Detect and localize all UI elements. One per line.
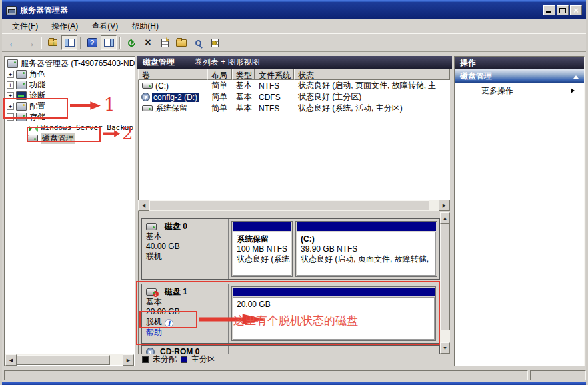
status-bar — [2, 368, 588, 382]
cell-filesystem: NTFS — [255, 81, 295, 91]
server-manager-window: 服务器管理器 × 文件(F) 操作(A) 查看(V) 帮助(H) ← → ↑ ?… — [0, 0, 588, 385]
tree-item-roles[interactable]: + 角色 — [5, 69, 135, 79]
column-status[interactable]: 状态 — [294, 69, 450, 80]
action-pane-toggle-button[interactable] — [101, 35, 117, 50]
annotation-box-storage — [3, 98, 68, 119]
menu-help[interactable]: 帮助(H) — [125, 19, 165, 34]
minimize-button[interactable] — [543, 5, 555, 15]
window-title: 服务器管理器 — [20, 5, 68, 16]
scrollbar-thumb[interactable] — [149, 200, 429, 210]
partition-system-reserved[interactable]: 系统保留 100 MB NTFS 状态良好 (系统 — [231, 221, 293, 277]
partition-status: 状态良好 (系统 — [237, 254, 287, 264]
volume-list: (C:) 简单 基本 NTFS 状态良好 (启动, 页面文件, 故障转储, 主 … — [138, 80, 450, 200]
disk-name: 磁盘 0 — [165, 222, 187, 232]
actions-section-title: 磁盘管理 — [460, 71, 492, 82]
open-button[interactable] — [173, 35, 189, 50]
partition-name: 系统保留 — [237, 234, 287, 244]
close-button[interactable]: × — [570, 5, 582, 15]
cell-filesystem: NTFS — [255, 104, 295, 113]
toolbar-separator — [41, 37, 42, 49]
scroll-up-icon[interactable]: ▲ — [440, 212, 450, 224]
window-bottom-border — [2, 382, 586, 385]
scroll-left-icon[interactable]: ◀ — [5, 354, 17, 366]
cell-type: 基本 — [233, 91, 255, 103]
find-icon — [195, 40, 201, 46]
partition-status: 状态良好 (启动, 页面文件, 故障转储, — [301, 254, 432, 264]
disk-0-partitions: 系统保留 100 MB NTFS 状态良好 (系统 (C:) 39.90 GB … — [229, 219, 439, 279]
column-type[interactable]: 类型 — [232, 69, 255, 80]
annotation-offline-note: 这里有个脱机状态的磁盘 — [233, 313, 358, 328]
cdrom-label-area[interactable]: CD-ROM 0 — [142, 346, 229, 354]
maximize-icon — [559, 8, 566, 13]
back-button[interactable]: ← — [5, 35, 21, 50]
scroll-right-icon[interactable]: ▶ — [123, 354, 134, 366]
forward-button[interactable]: → — [22, 35, 38, 50]
column-layout[interactable]: 布局 — [207, 69, 232, 80]
scroll-left-icon[interactable]: ◀ — [138, 200, 149, 211]
refresh-icon — [126, 37, 137, 48]
volume-icon — [142, 105, 153, 111]
tree-item-root[interactable]: 服务器管理器 (T-490765403-ND — [5, 58, 135, 69]
configure-button[interactable] — [207, 35, 223, 50]
help-button[interactable]: ? — [84, 35, 100, 50]
volume-name: (C:) — [155, 81, 169, 91]
tree-horizontal-scrollbar[interactable]: ◀ ▶ — [5, 354, 134, 365]
column-filesystem[interactable]: 文件系统 — [255, 69, 294, 80]
scroll-right-icon[interactable]: ▶ — [439, 200, 450, 211]
menu-action[interactable]: 操作(A) — [45, 19, 84, 34]
submenu-arrow-icon — [571, 88, 577, 93]
volume-list-horizontal-scrollbar[interactable]: ◀ ▶ — [138, 200, 450, 211]
actions-section-disk-management[interactable]: 磁盘管理 — [455, 69, 584, 83]
forward-icon: → — [25, 37, 36, 49]
expand-plus-icon[interactable]: + — [7, 81, 14, 89]
server-manager-app-icon — [6, 6, 17, 15]
expand-plus-icon[interactable]: + — [7, 71, 14, 78]
partition-c[interactable]: (C:) 39.90 GB NTFS 状态良好 (启动, 页面文件, 故障转储, — [295, 221, 437, 277]
collapse-icon[interactable] — [573, 73, 579, 79]
maximize-button[interactable] — [557, 5, 569, 15]
refresh-button[interactable] — [123, 35, 139, 50]
annotation-box-offline-state — [139, 311, 197, 328]
disk-state: 联机 — [146, 252, 224, 262]
find-button[interactable] — [190, 35, 206, 50]
toolbar: ← → ↑ ? × — [2, 33, 586, 52]
properties-button[interactable] — [157, 35, 173, 50]
actions-pane: 操作 磁盘管理 更多操作 — [454, 56, 585, 366]
action-pane-toggle-icon — [104, 39, 114, 47]
cdrom-0-block[interactable]: CD-ROM 0 — [141, 345, 440, 354]
delete-button[interactable]: × — [140, 35, 156, 50]
titlebar[interactable]: 服务器管理器 × — [2, 2, 586, 19]
table-row-config2-selected[interactable]: config-2 (D:) 简单 基本 CDFS 状态良好 (主分区) — [139, 91, 450, 103]
graphical-view-vertical-scrollbar[interactable]: ▲ ▼ — [440, 212, 450, 354]
status-cell — [530, 370, 586, 380]
cell-layout: 简单 — [208, 80, 233, 91]
cd-volume-icon — [141, 93, 150, 101]
disk-0-label-area[interactable]: 磁盘 0 基本 40.00 GB 联机 — [142, 219, 229, 279]
more-actions-item[interactable]: 更多操作 — [455, 83, 584, 98]
roles-icon — [16, 70, 27, 79]
open-folder-icon — [176, 39, 187, 47]
status-cell — [4, 370, 528, 380]
scroll-down-icon[interactable]: ▼ — [440, 342, 450, 354]
volume-name-selected: config-2 (D:) — [152, 93, 199, 102]
scrollbar-thumb[interactable] — [440, 224, 450, 330]
console-tree-toggle-icon — [65, 39, 75, 47]
scrollbar-thumb[interactable] — [17, 355, 110, 365]
disk-0-block[interactable]: 磁盘 0 基本 40.00 GB 联机 系统保留 100 MB NTFS 状态良… — [141, 218, 440, 280]
tree-item-features[interactable]: + 功能 — [5, 79, 135, 90]
volume-icon — [142, 83, 153, 89]
up-one-level-button[interactable]: ↑ — [45, 35, 61, 50]
column-volume[interactable]: 卷 — [138, 69, 207, 80]
cell-layout: 简单 — [208, 91, 233, 103]
toolbar-separator — [119, 37, 121, 49]
table-row-c[interactable]: (C:) 简单 基本 NTFS 状态良好 (启动, 页面文件, 故障转储, 主 — [139, 80, 450, 91]
console-tree-toggle-button[interactable] — [61, 35, 77, 50]
table-row-system-reserved[interactable]: 系统保留 简单 基本 NTFS 状态良好 (系统, 活动, 主分区) — [139, 103, 450, 114]
tree-root-label: 服务器管理器 (T-490765403-ND — [21, 58, 135, 69]
menu-file[interactable]: 文件(F) — [6, 19, 44, 34]
legend-primary-label: 主分区 — [191, 354, 215, 365]
menu-view[interactable]: 查看(V) — [85, 19, 124, 34]
partition-info: 39.90 GB NTFS — [301, 244, 432, 254]
cell-status: 状态良好 (主分区) — [295, 91, 450, 103]
tree-item-label: 功能 — [29, 79, 45, 91]
